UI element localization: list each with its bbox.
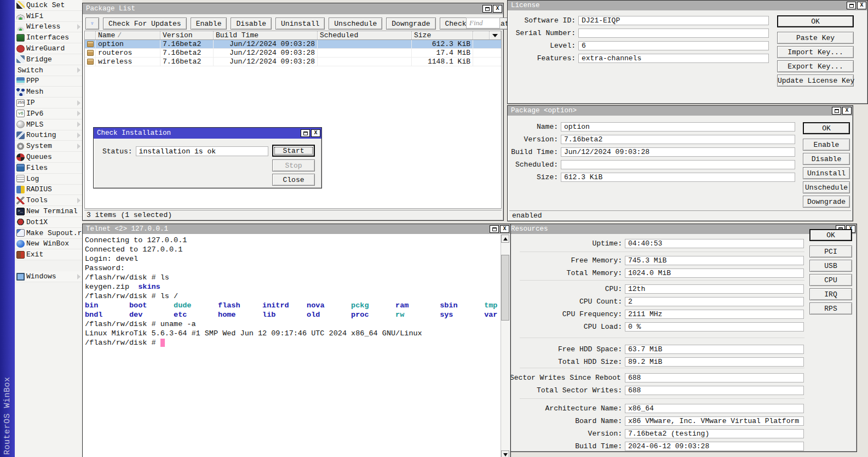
sidebar-item-mesh[interactable]: Mesh <box>15 87 82 98</box>
toolbar-button-downgrade[interactable]: Downgrade <box>386 18 435 30</box>
toolbar-button-check-for-updates[interactable]: Check For Updates <box>103 18 187 30</box>
resources-cpu-button[interactable]: CPU <box>809 274 852 286</box>
resources-field-cpu-count[interactable]: 2 <box>625 297 804 306</box>
package-option-field-build-time[interactable]: Jun/12/2024 09:03:28 <box>561 147 795 157</box>
scroll-down-button[interactable] <box>501 450 509 457</box>
sidebar-item-wireguard[interactable]: WireGuard <box>15 43 82 54</box>
sidebar-item-tools[interactable]: Tools <box>15 195 82 206</box>
resources-field-free-memory[interactable]: 745.3 MiB <box>625 256 804 265</box>
status-field[interactable] <box>136 146 268 156</box>
filter-button[interactable] <box>85 18 99 30</box>
column-header-version[interactable]: Version <box>160 31 214 39</box>
sidebar-item-new-terminal[interactable]: New Terminal <box>15 206 82 217</box>
license-export-key-button[interactable]: Export Key... <box>777 60 854 72</box>
resources-field-cpu-load[interactable]: 0 % <box>625 322 804 332</box>
close-button[interactable]: X <box>311 129 320 137</box>
package-option-field-version[interactable]: 7.16beta2 <box>561 135 795 144</box>
package-list-titlebar[interactable]: Package List X <box>83 3 503 14</box>
sidebar-item-ip[interactable]: IP <box>15 98 82 108</box>
sidebar-item-make-supout-rif[interactable]: Make Supout.rif <box>15 228 82 239</box>
table-row-wireless[interactable]: wireless7.16beta2Jun/12/2024 09:03:28114… <box>85 58 501 66</box>
sidebar-item-log[interactable]: Log <box>15 174 82 185</box>
package-option-field-size[interactable]: 612.3 KiB <box>561 173 795 182</box>
sidebar-item-bridge[interactable]: Bridge <box>15 54 82 65</box>
sidebar-item-wireless[interactable]: Wireless <box>15 22 82 33</box>
resources-titlebar[interactable]: Resources X <box>508 224 856 234</box>
sidebar-item-system[interactable]: System <box>15 141 82 152</box>
resources-field-total-memory[interactable]: 1024.0 MiB <box>625 269 804 278</box>
column-header-scheduled[interactable]: Scheduled <box>318 31 412 39</box>
license-field-serial-number[interactable] <box>578 28 769 38</box>
resources-field-version[interactable]: 7.16beta2 (testing) <box>625 429 804 438</box>
license-field-level[interactable]: 6 <box>578 41 769 50</box>
check-installation-close-button[interactable]: Close <box>272 174 315 186</box>
check-installation-titlebar[interactable]: Check Installation X <box>94 128 321 139</box>
license-field-software-id[interactable]: DJ21-EIQP <box>578 16 769 25</box>
resources-usb-button[interactable]: USB <box>809 260 852 272</box>
sidebar-item-mpls[interactable]: MPLS <box>15 119 82 130</box>
sidebar-item-radius[interactable]: RADIUS <box>15 185 82 196</box>
sidebar-item-windows[interactable]: Windows <box>15 271 82 282</box>
package-option-unschedule-button[interactable]: Unschedule <box>803 181 850 193</box>
resources-ok-button[interactable]: OK <box>809 229 852 241</box>
scrollbar-thumb[interactable] <box>501 255 509 321</box>
toolbar-button-unschedule[interactable]: Unschedule <box>329 18 382 30</box>
check-installation-start-button[interactable]: Start <box>272 145 315 157</box>
package-option-disable-button[interactable]: Disable <box>803 153 850 165</box>
package-option-enable-button[interactable]: Enable <box>803 139 850 151</box>
resources-field-free-hdd-space[interactable]: 63.7 MiB <box>625 345 804 354</box>
sidebar-item-exit[interactable]: Exit <box>15 249 82 260</box>
sidebar-item-new-winbox[interactable]: New WinBox <box>15 239 82 250</box>
license-titlebar[interactable]: License X <box>508 1 867 10</box>
table-row-routeros[interactable]: routeros7.16beta2Jun/12/2024 09:03:2817.… <box>85 49 501 58</box>
sidebar-item-dot1x[interactable]: Dot1X <box>15 217 82 228</box>
terminal-screen[interactable]: Connecting to 127.0.0.1Connected to 127.… <box>84 235 501 457</box>
column-header-build-time[interactable]: Build Time <box>214 31 318 39</box>
maximize-button[interactable] <box>482 5 492 13</box>
maximize-button[interactable] <box>847 2 856 9</box>
maximize-button[interactable] <box>832 107 841 115</box>
sidebar-item-routing[interactable]: Routing <box>15 130 82 141</box>
resources-field-board-name[interactable]: x86 VMware, Inc. VMware Virtual Platform <box>625 416 804 426</box>
license-update-license-key-button[interactable]: Update License Key <box>777 75 854 87</box>
resources-field-total-sector-writes[interactable]: 688 <box>625 386 804 395</box>
column-header-name[interactable]: Name/ <box>96 31 160 39</box>
package-option-field-scheduled[interactable] <box>561 160 795 169</box>
find-input[interactable] <box>466 18 500 28</box>
license-field-features[interactable]: extra-channels <box>578 54 769 63</box>
package-option-downgrade-button[interactable]: Downgrade <box>803 196 850 208</box>
sidebar-item-ppp[interactable]: PPP <box>15 76 82 87</box>
sidebar-item-ipv6[interactable]: IPv6 <box>15 108 82 119</box>
resources-field-uptime[interactable]: 04:40:53 <box>625 239 804 248</box>
sidebar-item-files[interactable]: Files <box>15 163 82 174</box>
package-option-ok-button[interactable]: OK <box>803 122 850 134</box>
resources-field-cpu-frequency[interactable]: 2111 MHz <box>625 310 804 319</box>
package-option-field-name[interactable]: option <box>561 122 795 132</box>
resources-field-cpu[interactable]: 12th <box>625 284 804 294</box>
toolbar-button-uninstall[interactable]: Uninstall <box>275 18 325 30</box>
close-button[interactable]: X <box>857 2 866 9</box>
sidebar-item-queues[interactable]: Queues <box>15 152 82 163</box>
resources-field-sector-writes-since-reboot[interactable]: 688 <box>625 373 804 382</box>
scroll-up-button[interactable] <box>501 235 509 243</box>
maximize-button[interactable] <box>490 225 499 233</box>
resources-pci-button[interactable]: PCI <box>809 245 852 258</box>
vertical-scrollbar[interactable] <box>501 235 509 457</box>
license-paste-key-button[interactable]: Paste Key <box>777 32 854 44</box>
toolbar-button-enable[interactable]: Enable <box>191 18 227 30</box>
close-button[interactable]: X <box>493 5 502 13</box>
resources-rps-button[interactable]: RPS <box>809 302 852 315</box>
table-row-option[interactable]: option7.16beta2Jun/12/2024 09:03:28612.3… <box>85 40 501 49</box>
sidebar-item-interfaces[interactable]: Interfaces <box>15 32 82 43</box>
license-import-key-button[interactable]: Import Key... <box>777 46 854 58</box>
column-menu-button[interactable] <box>489 31 501 39</box>
telnet-titlebar[interactable]: Telnet <2> 127.0.0.1 X <box>83 224 510 234</box>
package-option-titlebar[interactable]: Package <option> X <box>508 106 853 116</box>
maximize-button[interactable] <box>301 129 310 137</box>
resources-field-build-time[interactable]: 2024-06-12 09:03:28 <box>625 442 804 451</box>
sidebar-item-quick-set[interactable]: Quick Set <box>15 0 82 11</box>
package-option-uninstall-button[interactable]: Uninstall <box>803 167 850 179</box>
close-button[interactable]: X <box>500 225 509 233</box>
column-header-size[interactable]: Size <box>412 31 473 39</box>
resources-irq-button[interactable]: IRQ <box>809 288 852 300</box>
